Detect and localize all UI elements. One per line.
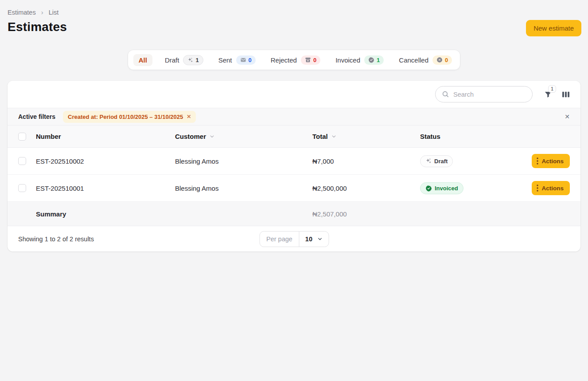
- estimates-page: Estimates › List Estimates New estimate …: [0, 0, 588, 251]
- x-circle-icon: [436, 57, 443, 63]
- breadcrumb-separator-icon: ›: [41, 8, 43, 16]
- search-icon: [442, 90, 449, 98]
- chevron-down-icon[interactable]: [331, 134, 337, 139]
- per-page-select[interactable]: 10: [300, 232, 328, 247]
- per-page-control: Per page 10: [259, 231, 329, 247]
- tab-rejected-count: 0: [313, 57, 316, 63]
- toolbar-icons: 1: [544, 90, 570, 98]
- estimate-customer: Blessing Amos: [175, 185, 312, 192]
- tab-invoiced-label: Invoiced: [335, 56, 360, 64]
- sparkles-icon: [425, 158, 432, 164]
- sparkles-icon: [187, 57, 193, 63]
- status-tabs-wrap: All Draft 1 Sent 0: [8, 50, 580, 70]
- table-toolbar: 1: [8, 81, 580, 108]
- status-cell: Invoiced: [420, 182, 527, 194]
- envelope-icon: [240, 57, 246, 63]
- tab-draft-label: Draft: [165, 56, 179, 64]
- tab-draft-count: 1: [195, 57, 199, 63]
- clear-filters-close-icon[interactable]: ✕: [565, 113, 570, 120]
- tab-sent-label: Sent: [218, 56, 232, 64]
- row-checkbox[interactable]: [18, 184, 26, 192]
- search-box: [435, 86, 533, 102]
- select-all-checkbox[interactable]: [18, 133, 26, 141]
- tab-invoiced-count-badge: 1: [364, 55, 384, 65]
- status-badge-invoiced: Invoiced: [420, 182, 463, 194]
- column-header-number: Number: [36, 133, 175, 140]
- actions-button[interactable]: Actions: [532, 154, 570, 168]
- breadcrumb: Estimates › List: [8, 0, 580, 16]
- actions-button[interactable]: Actions: [532, 181, 570, 195]
- badge-check-icon: [425, 185, 432, 192]
- status-cell: Draft: [420, 155, 527, 167]
- per-page-label: Per page: [260, 232, 300, 247]
- tab-invoiced[interactable]: Invoiced 1: [333, 53, 386, 67]
- tab-invoiced-count: 1: [377, 57, 380, 63]
- estimate-number: EST-202510001: [36, 185, 175, 192]
- tab-draft-count-badge: 1: [183, 55, 203, 65]
- row-checkbox[interactable]: [18, 157, 26, 165]
- breadcrumb-estimates[interactable]: Estimates: [8, 9, 36, 16]
- results-count-text: Showing 1 to 2 of 2 results: [18, 236, 94, 243]
- table-header-row: Number Customer Total Status: [8, 126, 580, 148]
- page-title: Estimates: [8, 20, 580, 34]
- tab-rejected[interactable]: Rejected 0: [268, 53, 323, 67]
- tab-draft[interactable]: Draft 1: [162, 53, 206, 67]
- new-estimate-button[interactable]: New estimate: [526, 20, 581, 36]
- status-badge-draft: Draft: [420, 155, 453, 167]
- tab-cancelled-count: 0: [445, 57, 448, 63]
- summary-total: ₦2,507,000: [312, 210, 420, 218]
- archive-x-icon: [305, 57, 311, 63]
- table-row: EST-202510002 Blessing Amos ₦7,000 Draft…: [8, 148, 580, 175]
- tab-sent-count: 0: [249, 57, 252, 63]
- filter-chip-close-icon[interactable]: ✕: [187, 114, 191, 119]
- tab-all-label: All: [139, 56, 147, 64]
- tab-sent-count-badge: 0: [236, 55, 256, 65]
- active-filters-bar: Active filters Created at: Period 01/10/…: [8, 108, 580, 126]
- active-filters-label: Active filters: [18, 113, 55, 120]
- filter-chip-created-at[interactable]: Created at: Period 01/10/2025 – 31/10/20…: [63, 111, 196, 123]
- filter-chip-text: Created at: Period 01/10/2025 – 31/10/20…: [68, 114, 183, 120]
- tab-sent[interactable]: Sent 0: [216, 53, 258, 67]
- table-row: EST-202510001 Blessing Amos ₦2,500,000 I…: [8, 175, 580, 202]
- dots-vertical-icon: [537, 157, 538, 165]
- estimate-total: ₦7,000: [312, 157, 420, 165]
- tab-cancelled-label: Cancelled: [399, 56, 428, 64]
- tab-cancelled[interactable]: Cancelled 0: [396, 53, 455, 67]
- filter-count-badge: 1: [548, 85, 556, 93]
- columns-button[interactable]: [562, 91, 570, 98]
- columns-icon: [562, 91, 570, 98]
- badge-check-icon: [368, 57, 374, 63]
- status-tabs: All Draft 1 Sent 0: [128, 50, 460, 70]
- dots-vertical-icon: [537, 185, 538, 192]
- filter-button[interactable]: 1: [544, 90, 552, 98]
- breadcrumb-list[interactable]: List: [49, 9, 59, 16]
- column-header-total[interactable]: Total: [312, 133, 420, 140]
- summary-label: Summary: [36, 210, 175, 218]
- tab-rejected-count-badge: 0: [301, 55, 320, 65]
- column-header-customer[interactable]: Customer: [175, 133, 312, 140]
- chevron-down-icon[interactable]: [209, 134, 215, 139]
- estimates-table-card: 1 Active filters Created at: Period 01/1…: [8, 81, 580, 251]
- tab-rejected-label: Rejected: [271, 56, 297, 64]
- estimate-customer: Blessing Amos: [175, 157, 312, 165]
- estimate-total: ₦2,500,000: [312, 185, 420, 192]
- search-input[interactable]: [453, 91, 526, 98]
- chevron-down-icon: [317, 236, 323, 242]
- tab-all[interactable]: All: [133, 54, 152, 66]
- table-footer: Showing 1 to 2 of 2 results Per page 10: [8, 226, 580, 251]
- estimate-number: EST-202510002: [36, 157, 175, 165]
- column-header-status: Status: [420, 133, 527, 140]
- summary-row: Summary ₦2,507,000: [8, 202, 580, 226]
- tab-cancelled-count-badge: 0: [432, 55, 452, 65]
